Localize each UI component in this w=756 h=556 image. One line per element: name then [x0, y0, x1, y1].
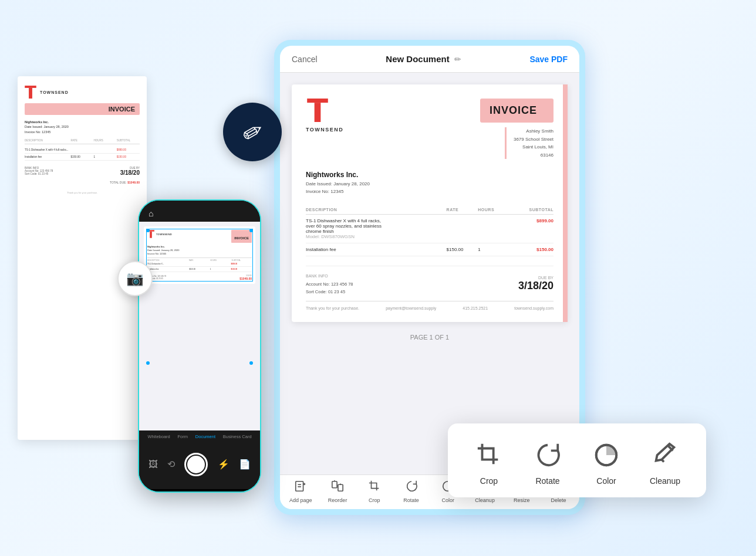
svg-rect-11 [332, 482, 337, 488]
phone-tab-form[interactable]: Form [178, 434, 188, 439]
svg-rect-5 [315, 103, 321, 122]
invoice-title-text: INVOICE [490, 104, 537, 116]
phone-shutter-button[interactable] [184, 453, 208, 476]
toolbar-rotate[interactable]: Rotate [397, 480, 426, 503]
action-popup-card: Crop Rotate Color [448, 423, 706, 497]
popup-crop[interactable]: Crop [465, 440, 512, 486]
popup-rotate-label: Rotate [535, 476, 559, 486]
phone-pages-icon[interactable]: 📄 [239, 459, 251, 470]
recipient-city: Saint Louis, MI [522, 144, 554, 150]
popup-color-icon [591, 440, 622, 470]
svg-rect-3 [150, 232, 152, 238]
account-number: Account No: 123 456 78 [306, 282, 353, 287]
phone-scan-icon[interactable]: ⟲ [167, 459, 175, 470]
crop-icon [368, 480, 381, 496]
reorder-icon [331, 480, 344, 496]
red-accent-sidebar [563, 84, 568, 322]
invoice-bank-info: BANK INFO Account No: 123 456 78 Sort Co… [306, 272, 353, 296]
recipient-name: Ashley Smith [526, 128, 554, 134]
toolbar-color-label: Color [442, 497, 455, 503]
invoice-table: DESCRIPTION RATE HOURS SUBTOTAL TS-1 Dis… [306, 205, 554, 256]
title-edit-icon[interactable]: ✏ [454, 55, 461, 64]
popup-color[interactable]: Color [583, 440, 630, 486]
svg-rect-0 [25, 86, 36, 88]
popup-crop-icon [474, 440, 504, 470]
svg-rect-6 [296, 482, 303, 491]
popup-cleanup-label: Cleanup [650, 476, 680, 486]
phone-action-bar: 🖼 ⟲ ⚡ 📄 [139, 439, 260, 489]
recipient-zip: 63146 [541, 152, 554, 158]
popup-rotate[interactable]: Rotate [524, 440, 571, 486]
footer-phone: 415.215.2521 [463, 306, 488, 310]
invoice-footer-section: BANK INFO Account No: 123 456 78 Sort Co… [306, 266, 554, 296]
svg-rect-12 [338, 484, 343, 491]
popup-color-label: Color [596, 476, 616, 486]
paper-invoice-title: INVOICE [25, 103, 140, 115]
svg-rect-4 [307, 99, 328, 103]
due-date: 3/18/20 [518, 280, 554, 292]
paper-footer: Thank you for your purchase. [25, 191, 140, 194]
phone-tab-whiteboard[interactable]: Whiteboard [147, 434, 170, 439]
invoice-document: TOWNSEND INVOICE Ashley Smith 3679 Schoo… [292, 84, 568, 322]
row1-desc: TS-1 Dishwasher X with 4 full racks, ove… [306, 214, 447, 243]
popup-cleanup-icon [650, 440, 680, 470]
phone-frame: ⌂ TOWNSEND INVOIC [138, 199, 261, 493]
toolbar-crop[interactable]: Crop [360, 480, 389, 503]
client-name: Nightworks Inc. [306, 171, 554, 179]
invoice-due-area: DUE BY 3/18/20 [518, 276, 554, 292]
invoice-brand-name: TOWNSEND [306, 127, 343, 133]
toolbar-delete-label: Delete [551, 497, 566, 503]
due-label: DUE BY [518, 276, 554, 280]
phone-tabs: Whiteboard Form Document Business Card [139, 430, 260, 439]
invoice-header: TOWNSEND INVOICE Ashley Smith 3679 Schoo… [306, 99, 554, 159]
table-row-2: Installation fee $150.00 1 $150.00 [306, 243, 554, 256]
footer-thank-you: Thank you for your purchase. [306, 306, 359, 310]
tablet-content: TOWNSEND INVOICE Ashley Smith 3679 Schoo… [280, 73, 579, 474]
popup-cleanup[interactable]: Cleanup [642, 440, 689, 486]
toolbar-resize-label: Resize [514, 497, 530, 503]
paper-bank-section: BANK INFOAccount No: 123 456 78Sort Code… [25, 167, 140, 184]
phone-status-bar: ⌂ [139, 201, 260, 222]
phone-content: TOWNSEND INVOICE Nightworks Inc. Date Is… [139, 222, 260, 430]
footer-web: townsend.supply.com [514, 306, 554, 310]
row1-hours [478, 214, 508, 243]
camera-icon: 📷 [126, 270, 144, 287]
paper-table-header: DESCRIPTIONRATEHOURSSUBTOTAL [25, 139, 140, 144]
cancel-button[interactable]: Cancel [292, 55, 318, 64]
save-pdf-button[interactable]: Save PDF [529, 55, 568, 64]
popup-rotate-icon [532, 440, 563, 470]
col-header-hours: HOURS [478, 205, 508, 215]
toolbar-add-page[interactable]: Add page [286, 480, 315, 503]
toolbar-reorder[interactable]: Reorder [323, 480, 352, 503]
invoice-address-box: Ashley Smith 3679 School Street Saint Lo… [505, 127, 554, 159]
row2-rate: $150.00 [447, 243, 478, 256]
invoice-logo [306, 99, 329, 122]
phone-flash-icon[interactable]: ⚡ [218, 459, 230, 470]
invoice-client-section: Nightworks Inc. Date Issued: January 28,… [306, 171, 554, 196]
table-row-1: TS-1 Dishwasher X with 4 full racks, ove… [306, 214, 554, 243]
toolbar-reorder-label: Reorder [328, 497, 347, 503]
invoice-title-box: INVOICE [480, 99, 554, 123]
footer-email: payment@townsend.supply [386, 306, 436, 310]
toolbar-cleanup-label: Cleanup [475, 497, 495, 503]
phone-tab-business-card[interactable]: Business Card [223, 434, 252, 439]
tablet-header: Cancel New Document ✏ Save PDF [280, 46, 579, 73]
toolbar-add-page-label: Add page [289, 497, 312, 503]
add-page-icon [294, 480, 307, 496]
phone-home-icon: ⌂ [148, 209, 153, 218]
background-paper-doc: TOWNSEND INVOICE Nightworks Inc. Date Is… [18, 76, 147, 440]
phone-gallery-icon[interactable]: 🖼 [148, 459, 158, 470]
edit-badge: ✏ [223, 103, 282, 161]
col-header-description: DESCRIPTION [306, 205, 447, 215]
invoice-footer-bar: Thank you for your purchase. payment@tow… [306, 301, 554, 310]
row1-rate [447, 214, 478, 243]
document-title: New Document [386, 54, 449, 64]
townsend-logo-small [25, 86, 36, 99]
camera-badge[interactable]: 📷 [117, 261, 153, 296]
phone-tab-document[interactable]: Document [195, 434, 215, 439]
title-area: New Document ✏ [386, 54, 461, 64]
phone-bottom-bar: Whiteboard Form Document Business Card 🖼… [139, 430, 260, 489]
paper-brand-name: TOWNSEND [40, 90, 69, 94]
row2-subtotal: $150.00 [508, 243, 554, 256]
row2-hours: 1 [478, 243, 508, 256]
